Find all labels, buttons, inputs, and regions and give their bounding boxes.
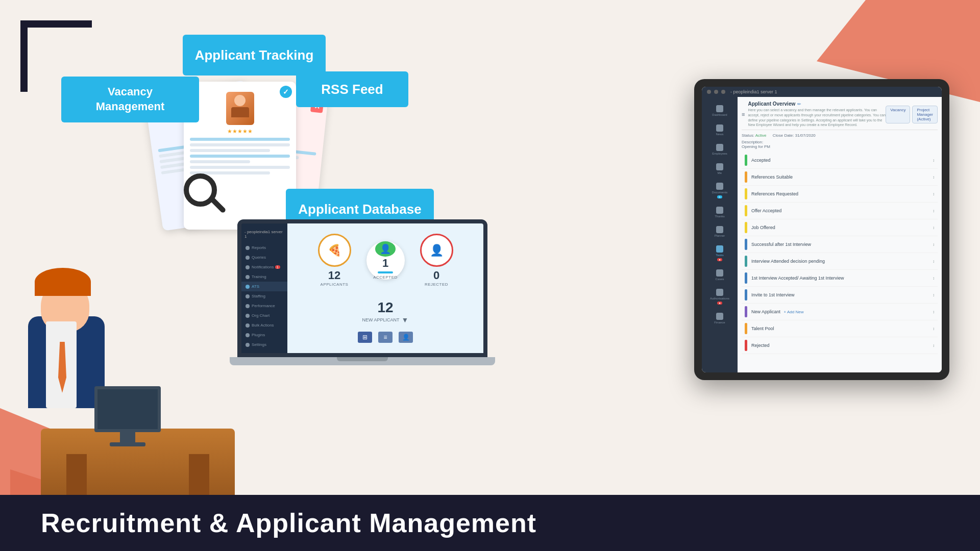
- laptop-sidebar-bulkactions: Bulk Actions: [241, 320, 287, 330]
- tablet-sidebar-authorisations: Authorisations ●: [702, 285, 738, 309]
- laptop-sidebar-performance: Performance: [241, 301, 287, 311]
- tablet-section-title: Applicant Overview: [748, 101, 795, 107]
- tablet-frame: - peopleindia1 server 1 Dashboard News: [694, 79, 949, 380]
- check-mark-icon: ✓: [280, 86, 292, 98]
- tablet-sidebar-cases: Cases: [702, 265, 738, 285]
- interview-pending-bar: [745, 256, 747, 267]
- stat-applicants: 🍕 12 APPLICANTS: [318, 234, 351, 287]
- references-requested-bar: [745, 188, 747, 199]
- tablet-sidebar-dashboard: Dashboard: [702, 101, 738, 120]
- card-lines-main: [190, 138, 290, 174]
- edit-icon[interactable]: ✏: [797, 102, 801, 107]
- pipeline-job-offered: Job Offered ↕: [742, 219, 938, 236]
- tablet-sidebar-planner: Planner: [702, 222, 738, 241]
- dashboard-icon: [716, 105, 723, 112]
- employees-icon: [716, 144, 723, 151]
- pipeline-interview-pending: Interview Attended decision pending ↕: [742, 253, 938, 270]
- job-offered-bar: [745, 222, 747, 233]
- pipeline-rejected: Rejected ↕: [742, 337, 938, 354]
- tablet-action-buttons: Vacancy Project Manager (Active): [886, 106, 938, 123]
- toolbar-icon-2[interactable]: ≡: [378, 332, 393, 343]
- tablet-sidebar-thanks: Thanks: [702, 203, 738, 222]
- tasks-icon: [716, 245, 723, 253]
- stat-accepted: 👤 1 ACCEPTED: [366, 241, 405, 280]
- laptop-sidebar-training: Training: [241, 272, 287, 282]
- tablet-body: Dashboard News Employees Me: [702, 97, 942, 372]
- laptop-notch: [337, 357, 388, 361]
- rejected-bar: [745, 340, 747, 351]
- laptop-sidebar-ats: ATS: [241, 282, 287, 291]
- news-icon: [716, 124, 723, 132]
- toolbar-icon-1[interactable]: ⊞: [358, 332, 372, 343]
- 1st-interview-accepted-bar: [745, 272, 747, 284]
- tablet-sidebar: Dashboard News Employees Me: [702, 97, 738, 372]
- pipeline-successful-1st: Successful after 1st Interview ↕: [742, 236, 938, 253]
- tablet-sidebar-finance: Finance: [702, 309, 738, 328]
- topbar-dot-2: [714, 90, 718, 94]
- pipeline-talent-pool: Talent Pool ↕: [742, 320, 938, 337]
- pipeline-new-applicant: New Applicant + Add New ↕: [742, 304, 938, 320]
- feature-label-vacancy-management: VacancyManagement: [61, 77, 199, 122]
- laptop-server-label: - peopleindia1 server 1: [241, 228, 287, 241]
- laptop-main-content: 🍕 12 APPLICANTS 👤 1 ACCEPTED: [287, 223, 483, 353]
- accepted-bar: [745, 155, 747, 166]
- thanks-icon: [716, 207, 723, 214]
- cases-icon: [716, 269, 723, 277]
- filter-icon: ≡: [742, 111, 745, 117]
- status-value: Active: [755, 133, 767, 138]
- laptop-sidebar-settings: Settings: [241, 340, 287, 349]
- tablet-main-content: ≡ Applicant Overview ✏ Here you can sele…: [738, 97, 942, 372]
- tablet-sidebar-employees: Employees: [702, 140, 738, 159]
- tablet-mockup: - peopleindia1 server 1 Dashboard News: [694, 79, 949, 380]
- finance-icon: [716, 313, 723, 320]
- footer-title: Recruitment & Applicant Management: [41, 508, 536, 538]
- pipeline-references-suitable: References Suitable ↕: [742, 169, 938, 186]
- pipeline-offer-accepted: Offer Accepted ↕: [742, 203, 938, 219]
- accepted-circle-display: 👤 1 ACCEPTED: [366, 241, 405, 280]
- laptop-toolbar: ⊞ ≡ 👤: [358, 332, 413, 343]
- offer-accepted-bar: [745, 205, 747, 216]
- vacancy-button[interactable]: Vacancy: [886, 106, 910, 123]
- project-manager-button[interactable]: Project Manager (Active): [912, 106, 938, 123]
- tablet-sidebar-news: News: [702, 120, 738, 140]
- laptop-screen: - peopleindia1 server 1 Reports Queries …: [237, 219, 487, 357]
- laptop-sidebar: - peopleindia1 server 1 Reports Queries …: [241, 223, 287, 353]
- close-date-value: 31/07/2020: [795, 133, 816, 138]
- tablet-server-label: - peopleindia1 server 1: [730, 89, 777, 94]
- tablet-sidebar-documents: Documents 1: [702, 179, 738, 203]
- magnifying-glass-icon: [184, 173, 235, 224]
- add-new-link[interactable]: + Add New: [784, 310, 804, 314]
- new-applicant-count: 12: [377, 299, 393, 316]
- laptop-sidebar-queries: Queries: [241, 253, 287, 262]
- pipeline-references-requested: References Requested ↕: [742, 186, 938, 203]
- feature-label-rss-feed: RSS Feed: [296, 71, 408, 107]
- tablet-content-header: ≡ Applicant Overview ✏ Here you can sele…: [742, 101, 938, 130]
- person-illustration: [0, 179, 245, 495]
- laptop-sidebar-plugins: Plugins: [241, 330, 287, 340]
- pipeline-list: Accepted ↕ References Suitable ↕ Referen…: [742, 152, 938, 354]
- laptop-sidebar-staffing: Staffing: [241, 291, 287, 301]
- rejected-icon: 👤: [420, 234, 453, 267]
- new-applicant-label: NEW APPLICANT ▼: [362, 316, 409, 324]
- dashboard-stats: 🍕 12 APPLICANTS 👤 1 ACCEPTED: [318, 234, 453, 287]
- tablet-description: Here you can select a vacancy and then m…: [748, 108, 886, 128]
- stat-rejected: 👤 0 REJECTED: [420, 234, 453, 287]
- tablet-topbar: - peopleindia1 server 1: [702, 87, 942, 97]
- tablet-sidebar-tasks: Tasks ●: [702, 241, 738, 265]
- references-suitable-bar: [745, 171, 747, 183]
- laptop-sidebar-orgchart: Org Chart: [241, 311, 287, 320]
- successful-1st-bar: [745, 239, 747, 250]
- footer-bar: Recruitment & Applicant Management: [0, 495, 980, 551]
- feature-label-applicant-tracking: Applicant Tracking: [183, 35, 326, 76]
- pipeline-invite-1st: Invite to 1st Interview ↕: [742, 287, 938, 304]
- new-applicant-bar: [745, 306, 747, 317]
- toolbar-icon-3[interactable]: 👤: [399, 332, 413, 343]
- laptop-content: - peopleindia1 server 1 Reports Queries …: [241, 223, 483, 353]
- laptop-sidebar-notifications: Notifications 1: [241, 262, 287, 272]
- documents-icon: [716, 183, 723, 190]
- me-icon: [716, 163, 723, 170]
- stat-new-applicant: 12 NEW APPLICANT ▼: [362, 299, 409, 324]
- topbar-dot-3: [721, 90, 725, 94]
- tablet-screen: - peopleindia1 server 1 Dashboard News: [702, 87, 942, 372]
- avatar-illustration-main: [226, 92, 254, 125]
